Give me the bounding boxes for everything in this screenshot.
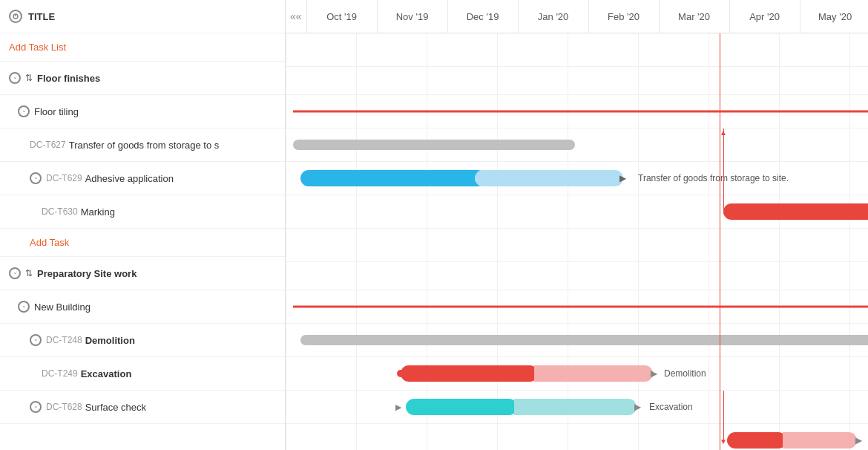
gantt-row-dc-t249: ▶ ▶ Excavation bbox=[286, 391, 868, 424]
task-dc-t248[interactable]: DC-T248 Demolition bbox=[0, 324, 285, 357]
gantt-row-title bbox=[286, 33, 868, 67]
group-floor-tiling[interactable]: Floor tiling bbox=[0, 95, 285, 128]
bar-t248-red[interactable] bbox=[401, 365, 538, 382]
month-feb20: Feb '20 bbox=[588, 0, 659, 33]
task-label-t628: Surface check bbox=[85, 402, 146, 413]
gantt-header: «« Oct '19 Nov '19 Dec '19 Jan '20 Feb '… bbox=[286, 0, 868, 33]
pin-icon: ⇅ bbox=[25, 73, 33, 83]
title-icon bbox=[9, 10, 22, 23]
bar-t248-pink[interactable] bbox=[534, 365, 653, 382]
collapse-icon[interactable] bbox=[9, 72, 21, 84]
task-label-t248: Demolition bbox=[85, 335, 135, 346]
bar-prep-redline bbox=[293, 306, 868, 308]
pin-icon-prep: ⇅ bbox=[25, 268, 33, 278]
bar-t627-blue[interactable] bbox=[300, 170, 486, 186]
bar-t248-label: Demolition bbox=[664, 368, 706, 379]
bar-t249-right-arrow: ▶ bbox=[634, 402, 641, 412]
task-code-t249: DC-T249 bbox=[42, 368, 78, 379]
bar-t249-teal[interactable] bbox=[406, 399, 517, 415]
add-task-list-row[interactable]: Add Task List bbox=[0, 33, 285, 62]
collapse-icon-tiling[interactable] bbox=[18, 105, 30, 117]
bar-t627-arrow: ▶ bbox=[619, 173, 626, 183]
gantt-body: ▶ Transfer of goods from storage to site… bbox=[286, 33, 868, 450]
add-task-button[interactable]: Add Task bbox=[30, 237, 69, 248]
task-dc-t628[interactable]: DC-T628 Surface check bbox=[0, 391, 285, 424]
task-dc-t629[interactable]: DC-T629 Adhesive application bbox=[0, 162, 285, 195]
task-label-t627: Transfer of goods from storage to s bbox=[69, 140, 220, 151]
task-dc-t627[interactable]: DC-T627 Transfer of goods from storage t… bbox=[0, 128, 285, 162]
task-list-panel: TITLE Add Task List ⇅ Floor finishes Flo… bbox=[0, 0, 286, 450]
bar-t249-label: Excavation bbox=[649, 402, 693, 412]
group-floor-finishes[interactable]: ⇅ Floor finishes bbox=[0, 62, 285, 95]
connector-t628 bbox=[723, 391, 724, 441]
gantt-row-addtask bbox=[286, 262, 868, 290]
add-task-row[interactable]: Add Task bbox=[0, 229, 285, 257]
bar-t627-label: Transfer of goods from storage to site. bbox=[638, 173, 789, 183]
bar-t629-red[interactable] bbox=[723, 203, 868, 220]
gantt-row-addtasklist bbox=[286, 67, 868, 95]
gantt-row-dc-t248: ▶ Demolition bbox=[286, 357, 868, 391]
month-mar20: Mar '20 bbox=[659, 0, 729, 33]
month-jan20: Jan '20 bbox=[518, 0, 588, 33]
collapse-icon-t628[interactable] bbox=[30, 401, 42, 413]
task-label-t630: Marking bbox=[81, 206, 115, 218]
month-may20: May '20 bbox=[800, 0, 868, 33]
collapse-icon-building[interactable] bbox=[18, 301, 30, 313]
collapse-icon-t248[interactable] bbox=[30, 334, 42, 346]
task-dc-t249[interactable]: DC-T249 Excavation bbox=[0, 357, 285, 391]
gantt-row-floor-tiling bbox=[286, 128, 868, 162]
bar-floor-finishes-redline bbox=[293, 111, 868, 113]
month-headers: Oct '19 Nov '19 Dec '19 Jan '20 Feb '20 … bbox=[306, 0, 868, 33]
task-label-t629: Adhesive application bbox=[85, 173, 174, 184]
connector-t628-arrow: ▼ bbox=[720, 437, 727, 446]
task-code-t627: DC-T627 bbox=[30, 140, 66, 150]
bar-t627-blue-light[interactable] bbox=[475, 170, 623, 186]
task-label-t249: Excavation bbox=[81, 368, 132, 379]
gantt-panel: «« Oct '19 Nov '19 Dec '19 Jan '20 Feb '… bbox=[286, 0, 868, 450]
connector-arrow: ▲ bbox=[720, 128, 727, 137]
bar-t628-pink[interactable] bbox=[783, 432, 857, 449]
gantt-row-dc-t630 bbox=[286, 229, 868, 262]
group-new-building[interactable]: New Building bbox=[0, 290, 285, 324]
gantt-row-dc-t629: ▲ bbox=[286, 195, 868, 229]
task-code-t629: DC-T629 bbox=[46, 173, 82, 183]
bar-t249-teal-light[interactable] bbox=[514, 399, 637, 415]
floor-finishes-label: Floor finishes bbox=[37, 73, 100, 84]
gantt-row-dc-t627: ▶ Transfer of goods from storage to site… bbox=[286, 162, 868, 195]
bar-t249-left-arrow: ▶ bbox=[395, 402, 401, 412]
task-dc-t630[interactable]: DC-T630 Marking bbox=[0, 195, 285, 229]
add-task-list-button[interactable]: Add Task List bbox=[9, 42, 66, 53]
bar-t628-red[interactable] bbox=[727, 432, 786, 449]
gantt-row-prep-site-work bbox=[286, 290, 868, 324]
today-line bbox=[720, 33, 720, 450]
task-code-t630: DC-T630 bbox=[42, 206, 78, 217]
bar-new-building-gray bbox=[300, 335, 868, 345]
collapse-icon-prep[interactable] bbox=[9, 267, 21, 279]
task-code-t248: DC-T248 bbox=[46, 335, 82, 345]
bar-t248-arrow: ▶ bbox=[651, 368, 657, 379]
month-oct19: Oct '19 bbox=[306, 0, 377, 33]
collapse-icon-t629[interactable] bbox=[30, 172, 42, 184]
connector-t629 bbox=[723, 128, 724, 214]
gantt-nav-back[interactable]: «« bbox=[286, 10, 306, 22]
title-row: TITLE bbox=[0, 0, 285, 33]
gantt-row-floor-finishes bbox=[286, 95, 868, 128]
gantt-row-dc-t628: ▼ ▶ Surface check bbox=[286, 424, 868, 450]
month-nov19: Nov '19 bbox=[377, 0, 447, 33]
month-dec19: Dec '19 bbox=[447, 0, 518, 33]
page-title: TITLE bbox=[28, 11, 55, 22]
bar-t628-arrow: ▶ bbox=[855, 435, 862, 446]
new-building-label: New Building bbox=[34, 301, 91, 313]
floor-tiling-label: Floor tiling bbox=[34, 106, 79, 117]
task-code-t628: DC-T628 bbox=[46, 402, 82, 412]
bar-floor-tiling-gray bbox=[293, 140, 575, 150]
group-preparatory-site-work[interactable]: ⇅ Preparatory Site work bbox=[0, 257, 285, 290]
gantt-row-new-building bbox=[286, 324, 868, 357]
month-apr20: Apr '20 bbox=[729, 0, 800, 33]
preparatory-site-work-label: Preparatory Site work bbox=[37, 268, 137, 279]
